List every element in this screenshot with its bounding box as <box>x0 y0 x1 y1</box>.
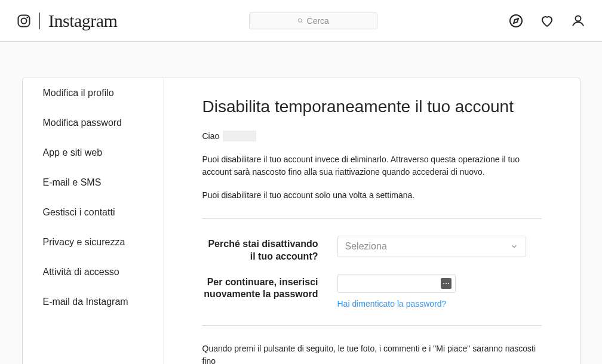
search-placeholder: Cerca <box>307 16 329 26</box>
chevron-down-icon <box>510 242 518 251</box>
sidebar-item-manage-contacts[interactable]: Gestisci i contatti <box>23 198 164 227</box>
svg-marker-6 <box>514 18 518 23</box>
reason-select[interactable]: Seleziona <box>337 236 526 257</box>
info-paragraph-1: Puoi disabilitare il tuo account invece … <box>202 153 542 178</box>
top-navbar: Instagram Cerca <box>0 0 602 42</box>
info-paragraph-2: Puoi disabilitare il tuo account solo un… <box>202 189 542 202</box>
navbar-right <box>509 14 585 28</box>
svg-point-1 <box>22 18 27 23</box>
password-input[interactable] <box>337 274 456 293</box>
sidebar-item-change-password[interactable]: Modifica password <box>23 108 164 138</box>
info-paragraph-3: Quando premi il pulsante di seguito, le … <box>202 343 542 364</box>
password-manager-icon[interactable] <box>441 278 452 289</box>
divider <box>39 13 40 29</box>
svg-point-5 <box>510 15 522 27</box>
main-content: Disabilita temporaneamente il tuo accoun… <box>164 78 580 364</box>
greeting-line: Ciao <box>202 131 542 141</box>
instagram-glyph-icon[interactable] <box>17 14 31 28</box>
sidebar-item-privacy-security[interactable]: Privacy e sicurezza <box>23 227 164 257</box>
settings-sidebar: Modifica il profilo Modifica password Ap… <box>23 78 164 364</box>
sidebar-item-login-activity[interactable]: Attività di accesso <box>23 257 164 287</box>
svg-point-3 <box>298 18 302 22</box>
username-redacted <box>223 131 256 141</box>
instagram-wordmark[interactable]: Instagram <box>48 11 117 31</box>
reason-select-placeholder: Seleziona <box>345 241 387 252</box>
sidebar-item-edit-profile[interactable]: Modifica il profilo <box>23 78 164 108</box>
page-title: Disabilita temporaneamente il tuo accoun… <box>202 97 542 116</box>
password-row: Per continuare, inserisci nuovamente la … <box>202 274 542 309</box>
separator <box>202 218 542 219</box>
navbar-left: Instagram <box>17 11 117 31</box>
sidebar-item-apps-websites[interactable]: App e siti web <box>23 138 164 168</box>
profile-icon[interactable] <box>571 14 585 28</box>
search-icon <box>297 18 303 24</box>
explore-icon[interactable] <box>509 14 523 28</box>
forgot-password-link[interactable]: Hai dimenticato la password? <box>337 299 456 309</box>
password-label: Per continuare, inserisci nuovamente la … <box>202 274 318 301</box>
svg-point-2 <box>27 16 29 18</box>
heart-icon[interactable] <box>540 14 554 28</box>
sidebar-item-email-sms[interactable]: E-mail e SMS <box>23 168 164 198</box>
separator <box>202 325 542 326</box>
svg-point-7 <box>576 16 581 21</box>
svg-line-4 <box>301 21 302 23</box>
sidebar-item-emails-from-instagram[interactable]: E-mail da Instagram <box>23 287 164 317</box>
settings-container: Modifica il profilo Modifica password Ap… <box>22 78 580 364</box>
search-input[interactable]: Cerca <box>249 13 377 29</box>
reason-label: Perché stai disattivando il tuo account? <box>202 236 318 263</box>
reason-row: Perché stai disattivando il tuo account?… <box>202 236 542 263</box>
greeting-prefix: Ciao <box>202 131 220 141</box>
